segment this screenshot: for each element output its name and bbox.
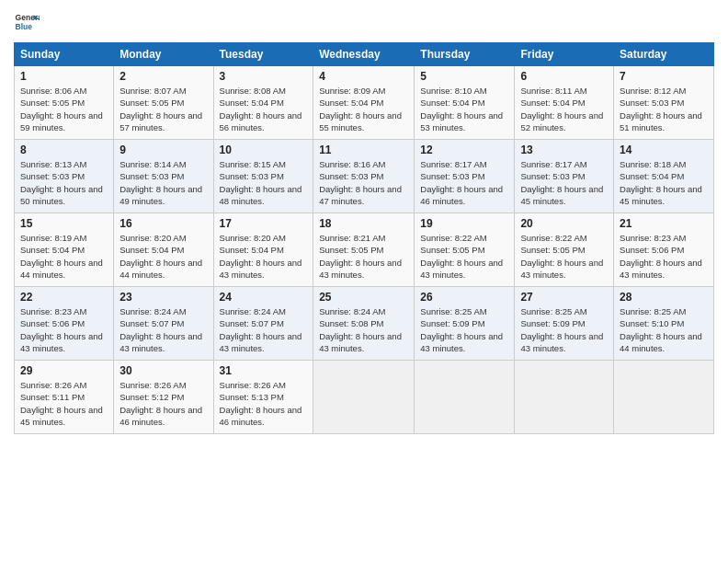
calendar-cell: 27 Sunrise: 8:25 AM Sunset: 5:09 PM Dayl… <box>515 287 614 361</box>
day-number: 20 <box>520 217 608 230</box>
calendar-cell: 9 Sunrise: 8:14 AM Sunset: 5:03 PM Dayli… <box>114 140 213 213</box>
day-number: 7 <box>620 70 708 83</box>
day-number: 1 <box>20 70 108 83</box>
day-info: Sunrise: 8:07 AM Sunset: 5:05 PM Dayligh… <box>119 85 207 133</box>
calendar-cell: 28 Sunrise: 8:25 AM Sunset: 5:10 PM Dayl… <box>614 287 714 361</box>
day-number: 4 <box>319 70 408 83</box>
weekday-header-thursday: Thursday <box>415 43 515 66</box>
day-number: 22 <box>20 291 108 304</box>
calendar-cell: 14 Sunrise: 8:18 AM Sunset: 5:04 PM Dayl… <box>614 140 714 213</box>
week-row-1: 1 Sunrise: 8:06 AM Sunset: 5:05 PM Dayli… <box>15 66 714 140</box>
day-info: Sunrise: 8:09 AM Sunset: 5:04 PM Dayligh… <box>319 85 408 133</box>
calendar-cell: 25 Sunrise: 8:24 AM Sunset: 5:08 PM Dayl… <box>313 287 415 361</box>
day-number: 16 <box>119 217 207 230</box>
calendar-cell: 5 Sunrise: 8:10 AM Sunset: 5:04 PM Dayli… <box>415 66 515 140</box>
day-number: 15 <box>20 217 108 230</box>
day-number: 5 <box>420 70 508 83</box>
day-info: Sunrise: 8:14 AM Sunset: 5:03 PM Dayligh… <box>119 158 207 207</box>
day-number: 21 <box>620 217 708 230</box>
day-info: Sunrise: 8:24 AM Sunset: 5:08 PM Dayligh… <box>319 305 408 354</box>
calendar-cell: 4 Sunrise: 8:09 AM Sunset: 5:04 PM Dayli… <box>313 66 415 140</box>
header: General Blue <box>14 9 714 35</box>
calendar-cell <box>614 361 714 434</box>
day-info: Sunrise: 8:06 AM Sunset: 5:05 PM Dayligh… <box>20 85 108 133</box>
day-number: 10 <box>220 144 308 156</box>
logo: General Blue <box>14 9 40 35</box>
day-number: 17 <box>220 217 308 230</box>
weekday-header-saturday: Saturday <box>614 43 714 66</box>
week-row-3: 15 Sunrise: 8:19 AM Sunset: 5:04 PM Dayl… <box>15 213 714 287</box>
calendar-cell: 18 Sunrise: 8:21 AM Sunset: 5:05 PM Dayl… <box>313 213 415 287</box>
weekday-header-wednesday: Wednesday <box>313 43 415 66</box>
weekday-header-row: SundayMondayTuesdayWednesdayThursdayFrid… <box>15 43 714 66</box>
calendar-cell <box>415 361 515 434</box>
day-info: Sunrise: 8:18 AM Sunset: 5:04 PM Dayligh… <box>620 158 708 207</box>
day-number: 13 <box>520 144 608 156</box>
calendar-cell: 31 Sunrise: 8:26 AM Sunset: 5:13 PM Dayl… <box>213 361 313 434</box>
day-number: 30 <box>119 364 207 377</box>
calendar-cell <box>313 361 415 434</box>
calendar-cell: 23 Sunrise: 8:24 AM Sunset: 5:07 PM Dayl… <box>114 287 213 361</box>
weekday-header-sunday: Sunday <box>15 43 114 66</box>
day-info: Sunrise: 8:10 AM Sunset: 5:04 PM Dayligh… <box>420 85 508 133</box>
calendar-cell: 24 Sunrise: 8:24 AM Sunset: 5:07 PM Dayl… <box>213 287 313 361</box>
day-number: 28 <box>620 291 708 304</box>
day-info: Sunrise: 8:08 AM Sunset: 5:04 PM Dayligh… <box>220 85 308 133</box>
calendar-cell: 21 Sunrise: 8:23 AM Sunset: 5:06 PM Dayl… <box>614 213 714 287</box>
calendar-cell: 20 Sunrise: 8:22 AM Sunset: 5:05 PM Dayl… <box>515 213 614 287</box>
day-info: Sunrise: 8:15 AM Sunset: 5:03 PM Dayligh… <box>220 158 308 207</box>
calendar-cell: 22 Sunrise: 8:23 AM Sunset: 5:06 PM Dayl… <box>15 287 114 361</box>
calendar-cell <box>515 361 614 434</box>
day-number: 29 <box>20 364 108 377</box>
day-info: Sunrise: 8:17 AM Sunset: 5:03 PM Dayligh… <box>520 158 608 207</box>
calendar-cell: 29 Sunrise: 8:26 AM Sunset: 5:11 PM Dayl… <box>15 361 114 434</box>
day-info: Sunrise: 8:19 AM Sunset: 5:04 PM Dayligh… <box>20 232 108 281</box>
weekday-header-tuesday: Tuesday <box>213 43 313 66</box>
week-row-2: 8 Sunrise: 8:13 AM Sunset: 5:03 PM Dayli… <box>15 140 714 213</box>
svg-text:Blue: Blue <box>16 22 33 31</box>
calendar-cell: 16 Sunrise: 8:20 AM Sunset: 5:04 PM Dayl… <box>114 213 213 287</box>
day-info: Sunrise: 8:26 AM Sunset: 5:11 PM Dayligh… <box>20 379 108 428</box>
calendar-container: General Blue SundayMondayTuesdayWednesda… <box>0 0 728 443</box>
day-number: 8 <box>20 144 108 156</box>
day-number: 11 <box>319 144 408 156</box>
day-info: Sunrise: 8:12 AM Sunset: 5:03 PM Dayligh… <box>620 85 708 133</box>
day-number: 14 <box>620 144 708 156</box>
weekday-header-monday: Monday <box>114 43 213 66</box>
week-row-5: 29 Sunrise: 8:26 AM Sunset: 5:11 PM Dayl… <box>15 361 714 434</box>
day-number: 27 <box>520 291 608 304</box>
day-info: Sunrise: 8:25 AM Sunset: 5:09 PM Dayligh… <box>420 305 508 354</box>
calendar-cell: 1 Sunrise: 8:06 AM Sunset: 5:05 PM Dayli… <box>15 66 114 140</box>
day-info: Sunrise: 8:26 AM Sunset: 5:13 PM Dayligh… <box>220 379 308 428</box>
calendar-cell: 26 Sunrise: 8:25 AM Sunset: 5:09 PM Dayl… <box>415 287 515 361</box>
day-number: 24 <box>220 291 308 304</box>
day-info: Sunrise: 8:23 AM Sunset: 5:06 PM Dayligh… <box>620 232 708 281</box>
logo-icon: General Blue <box>14 9 40 35</box>
day-number: 9 <box>119 144 207 156</box>
day-info: Sunrise: 8:24 AM Sunset: 5:07 PM Dayligh… <box>220 305 308 354</box>
calendar-table: SundayMondayTuesdayWednesdayThursdayFrid… <box>14 42 714 434</box>
calendar-cell: 3 Sunrise: 8:08 AM Sunset: 5:04 PM Dayli… <box>213 66 313 140</box>
calendar-cell: 2 Sunrise: 8:07 AM Sunset: 5:05 PM Dayli… <box>114 66 213 140</box>
day-info: Sunrise: 8:13 AM Sunset: 5:03 PM Dayligh… <box>20 158 108 207</box>
day-info: Sunrise: 8:20 AM Sunset: 5:04 PM Dayligh… <box>220 232 308 281</box>
day-number: 2 <box>119 70 207 83</box>
day-number: 25 <box>319 291 408 304</box>
calendar-cell: 30 Sunrise: 8:26 AM Sunset: 5:12 PM Dayl… <box>114 361 213 434</box>
day-number: 18 <box>319 217 408 230</box>
day-number: 26 <box>420 291 508 304</box>
calendar-cell: 10 Sunrise: 8:15 AM Sunset: 5:03 PM Dayl… <box>213 140 313 213</box>
day-info: Sunrise: 8:26 AM Sunset: 5:12 PM Dayligh… <box>119 379 207 428</box>
day-number: 31 <box>220 364 308 377</box>
calendar-cell: 12 Sunrise: 8:17 AM Sunset: 5:03 PM Dayl… <box>415 140 515 213</box>
day-number: 6 <box>520 70 608 83</box>
calendar-cell: 19 Sunrise: 8:22 AM Sunset: 5:05 PM Dayl… <box>415 213 515 287</box>
day-info: Sunrise: 8:20 AM Sunset: 5:04 PM Dayligh… <box>119 232 207 281</box>
calendar-cell: 8 Sunrise: 8:13 AM Sunset: 5:03 PM Dayli… <box>15 140 114 213</box>
day-info: Sunrise: 8:23 AM Sunset: 5:06 PM Dayligh… <box>20 305 108 354</box>
week-row-4: 22 Sunrise: 8:23 AM Sunset: 5:06 PM Dayl… <box>15 287 714 361</box>
calendar-cell: 7 Sunrise: 8:12 AM Sunset: 5:03 PM Dayli… <box>614 66 714 140</box>
day-info: Sunrise: 8:16 AM Sunset: 5:03 PM Dayligh… <box>319 158 408 207</box>
calendar-cell: 11 Sunrise: 8:16 AM Sunset: 5:03 PM Dayl… <box>313 140 415 213</box>
calendar-cell: 17 Sunrise: 8:20 AM Sunset: 5:04 PM Dayl… <box>213 213 313 287</box>
